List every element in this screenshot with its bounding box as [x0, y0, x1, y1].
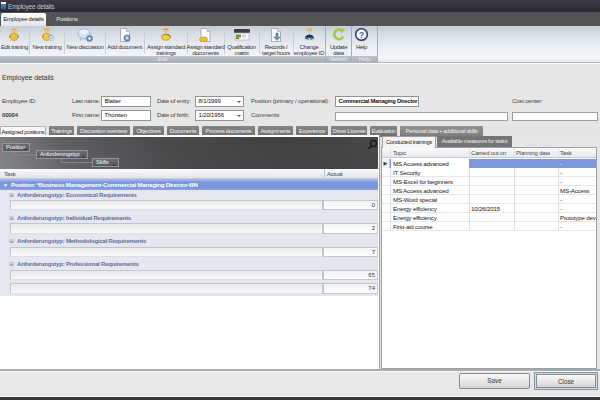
- svg-text:?: ?: [359, 30, 365, 40]
